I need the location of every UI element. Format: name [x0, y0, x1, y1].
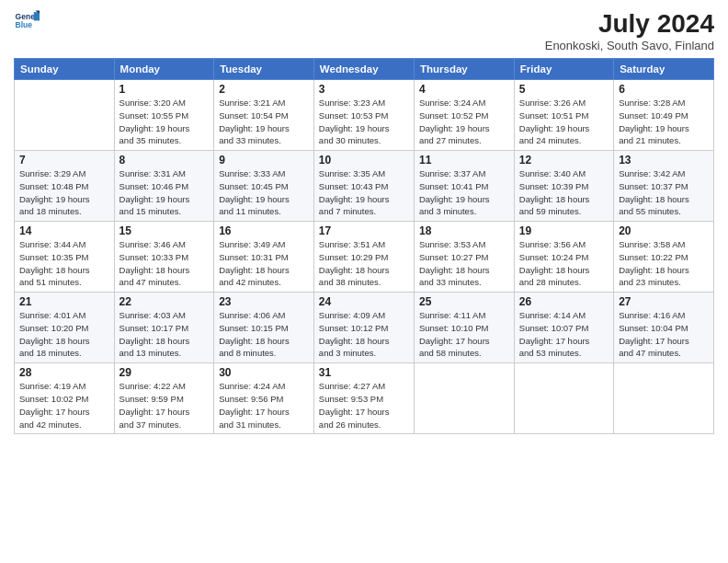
day-info: Sunrise: 3:23 AM Sunset: 10:53 PM Daylig… [319, 97, 409, 147]
table-row: 9Sunrise: 3:33 AM Sunset: 10:45 PM Dayli… [214, 151, 314, 222]
table-row [414, 363, 514, 434]
table-row: 10Sunrise: 3:35 AM Sunset: 10:43 PM Dayl… [313, 151, 414, 222]
day-info: Sunrise: 3:28 AM Sunset: 10:49 PM Daylig… [619, 97, 709, 147]
day-info: Sunrise: 3:44 AM Sunset: 10:35 PM Daylig… [19, 238, 109, 289]
title-block: July 2024 Enonkoski, South Savo, Finland [545, 9, 714, 52]
page-header: General Blue General Blue July 2024 Enon… [14, 9, 714, 52]
table-row: 26Sunrise: 4:14 AM Sunset: 10:07 PM Dayl… [514, 293, 613, 363]
day-number: 10 [319, 154, 409, 167]
day-info: Sunrise: 3:35 AM Sunset: 10:43 PM Daylig… [319, 167, 409, 218]
calendar-body: 1Sunrise: 3:20 AM Sunset: 10:55 PM Dayli… [15, 80, 714, 434]
col-monday: Monday [114, 59, 214, 80]
day-info: Sunrise: 4:16 AM Sunset: 10:04 PM Daylig… [619, 309, 709, 360]
col-sunday: Sunday [15, 59, 115, 80]
day-number: 13 [619, 154, 709, 167]
col-tuesday: Tuesday [214, 59, 314, 80]
table-row: 1Sunrise: 3:20 AM Sunset: 10:55 PM Dayli… [114, 80, 214, 151]
day-number: 22 [119, 295, 210, 308]
day-info: Sunrise: 3:58 AM Sunset: 10:22 PM Daylig… [619, 238, 709, 289]
day-number: 23 [219, 295, 309, 308]
day-number: 9 [219, 154, 309, 167]
day-info: Sunrise: 4:09 AM Sunset: 10:12 PM Daylig… [319, 309, 409, 360]
day-number: 16 [219, 224, 309, 237]
table-row: 8Sunrise: 3:31 AM Sunset: 10:46 PM Dayli… [114, 151, 214, 222]
table-row: 25Sunrise: 4:11 AM Sunset: 10:10 PM Dayl… [414, 293, 514, 363]
table-row: 7Sunrise: 3:29 AM Sunset: 10:48 PM Dayli… [15, 151, 115, 222]
table-row: 3Sunrise: 3:23 AM Sunset: 10:53 PM Dayli… [313, 80, 414, 151]
day-info: Sunrise: 3:29 AM Sunset: 10:48 PM Daylig… [19, 167, 109, 218]
day-info: Sunrise: 4:22 AM Sunset: 9:59 PM Dayligh… [119, 380, 210, 431]
table-row [514, 363, 613, 434]
logo: General Blue General Blue [14, 9, 40, 35]
day-number: 18 [419, 224, 509, 237]
table-row: 22Sunrise: 4:03 AM Sunset: 10:17 PM Dayl… [114, 293, 214, 363]
table-row: 21Sunrise: 4:01 AM Sunset: 10:20 PM Dayl… [15, 293, 115, 363]
day-info: Sunrise: 3:31 AM Sunset: 10:46 PM Daylig… [119, 167, 210, 218]
day-number: 21 [19, 295, 109, 308]
table-row: 14Sunrise: 3:44 AM Sunset: 10:35 PM Dayl… [15, 222, 115, 293]
table-row [614, 363, 714, 434]
svg-text:Blue: Blue [16, 20, 33, 29]
day-info: Sunrise: 4:24 AM Sunset: 9:56 PM Dayligh… [219, 380, 309, 431]
table-row: 28Sunrise: 4:19 AM Sunset: 10:02 PM Dayl… [15, 363, 115, 434]
day-info: Sunrise: 4:14 AM Sunset: 10:07 PM Daylig… [519, 309, 609, 360]
table-row: 6Sunrise: 3:28 AM Sunset: 10:49 PM Dayli… [614, 80, 714, 151]
table-row: 31Sunrise: 4:27 AM Sunset: 9:53 PM Dayli… [313, 363, 414, 434]
location: Enonkoski, South Savo, Finland [545, 39, 714, 52]
table-row: 15Sunrise: 3:46 AM Sunset: 10:33 PM Dayl… [114, 222, 214, 293]
table-row: 29Sunrise: 4:22 AM Sunset: 9:59 PM Dayli… [114, 363, 214, 434]
table-row: 2Sunrise: 3:21 AM Sunset: 10:54 PM Dayli… [214, 80, 314, 151]
day-info: Sunrise: 3:24 AM Sunset: 10:52 PM Daylig… [419, 97, 509, 147]
table-row: 13Sunrise: 3:42 AM Sunset: 10:37 PM Dayl… [614, 151, 714, 222]
day-number: 11 [419, 154, 509, 167]
table-row: 5Sunrise: 3:26 AM Sunset: 10:51 PM Dayli… [514, 80, 613, 151]
day-number: 15 [119, 224, 210, 237]
day-info: Sunrise: 4:11 AM Sunset: 10:10 PM Daylig… [419, 309, 509, 360]
table-row: 23Sunrise: 4:06 AM Sunset: 10:15 PM Dayl… [214, 293, 314, 363]
day-info: Sunrise: 4:27 AM Sunset: 9:53 PM Dayligh… [319, 380, 409, 431]
month-title: July 2024 [545, 9, 714, 39]
table-row: 17Sunrise: 3:51 AM Sunset: 10:29 PM Dayl… [313, 222, 414, 293]
day-info: Sunrise: 3:40 AM Sunset: 10:39 PM Daylig… [519, 167, 609, 218]
day-info: Sunrise: 3:53 AM Sunset: 10:27 PM Daylig… [419, 238, 509, 289]
day-info: Sunrise: 3:26 AM Sunset: 10:51 PM Daylig… [519, 97, 609, 147]
day-number: 2 [219, 83, 309, 96]
day-number: 20 [619, 224, 709, 237]
day-number: 31 [319, 366, 409, 379]
day-info: Sunrise: 4:06 AM Sunset: 10:15 PM Daylig… [219, 309, 309, 360]
day-number: 19 [519, 224, 609, 237]
table-row: 11Sunrise: 3:37 AM Sunset: 10:41 PM Dayl… [414, 151, 514, 222]
calendar-header-row: Sunday Monday Tuesday Wednesday Thursday… [15, 59, 714, 80]
day-info: Sunrise: 3:49 AM Sunset: 10:31 PM Daylig… [219, 238, 309, 289]
table-row: 30Sunrise: 4:24 AM Sunset: 9:56 PM Dayli… [214, 363, 314, 434]
svg-marker-3 [34, 12, 40, 20]
table-row: 4Sunrise: 3:24 AM Sunset: 10:52 PM Dayli… [414, 80, 514, 151]
day-number: 6 [619, 83, 709, 96]
table-row: 19Sunrise: 3:56 AM Sunset: 10:24 PM Dayl… [514, 222, 613, 293]
table-row: 27Sunrise: 4:16 AM Sunset: 10:04 PM Dayl… [614, 293, 714, 363]
day-number: 14 [19, 224, 109, 237]
col-thursday: Thursday [414, 59, 514, 80]
day-number: 25 [419, 295, 509, 308]
day-number: 4 [419, 83, 509, 96]
day-number: 1 [119, 83, 210, 96]
table-row [15, 80, 115, 151]
day-number: 27 [619, 295, 709, 308]
day-info: Sunrise: 4:19 AM Sunset: 10:02 PM Daylig… [19, 380, 109, 431]
col-wednesday: Wednesday [313, 59, 414, 80]
day-number: 3 [319, 83, 409, 96]
day-number: 28 [19, 366, 109, 379]
col-friday: Friday [514, 59, 613, 80]
table-row: 18Sunrise: 3:53 AM Sunset: 10:27 PM Dayl… [414, 222, 514, 293]
day-info: Sunrise: 3:33 AM Sunset: 10:45 PM Daylig… [219, 167, 309, 218]
day-number: 30 [219, 366, 309, 379]
day-info: Sunrise: 3:37 AM Sunset: 10:41 PM Daylig… [419, 167, 509, 218]
table-row: 24Sunrise: 4:09 AM Sunset: 10:12 PM Dayl… [313, 293, 414, 363]
col-saturday: Saturday [614, 59, 714, 80]
calendar-table: Sunday Monday Tuesday Wednesday Thursday… [14, 58, 714, 434]
logo-icon: General Blue [14, 9, 40, 35]
table-row: 16Sunrise: 3:49 AM Sunset: 10:31 PM Dayl… [214, 222, 314, 293]
day-number: 17 [319, 224, 409, 237]
day-info: Sunrise: 3:21 AM Sunset: 10:54 PM Daylig… [219, 97, 309, 147]
day-info: Sunrise: 3:42 AM Sunset: 10:37 PM Daylig… [619, 167, 709, 218]
